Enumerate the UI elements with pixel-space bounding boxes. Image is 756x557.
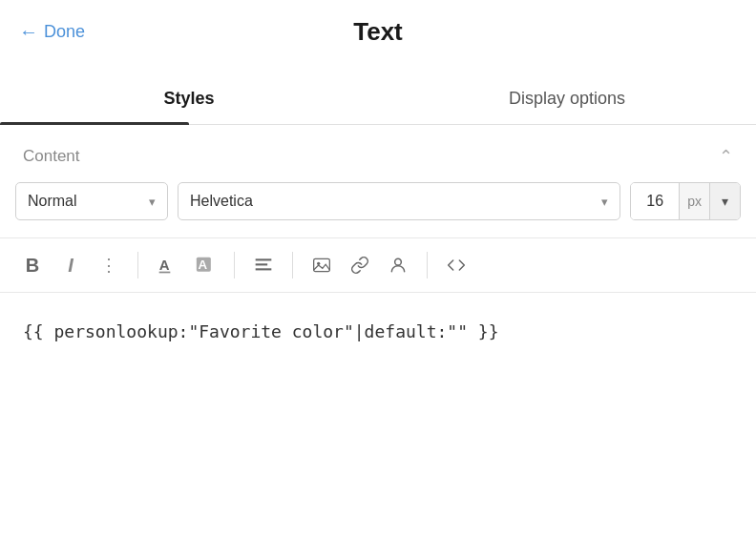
align-icon: [254, 256, 273, 275]
font-size-control: px ▾: [630, 182, 741, 220]
font-dropdown-arrow-icon: ▾: [601, 195, 608, 209]
link-icon: [350, 256, 369, 275]
svg-text:A: A: [159, 257, 170, 273]
image-button[interactable]: [304, 248, 339, 282]
text-highlight-button[interactable]: A: [188, 248, 222, 282]
italic-icon: I: [68, 255, 74, 277]
tabs-container: Styles Display options: [0, 73, 756, 125]
stepper-chevron-icon: ▾: [722, 194, 728, 209]
link-button[interactable]: [343, 248, 377, 282]
toolbar-divider-4: [427, 252, 428, 278]
toolbar-divider-1: [137, 252, 138, 278]
svg-text:A: A: [199, 258, 208, 272]
style-dropdown[interactable]: Normal ▾: [15, 182, 168, 220]
content-section-header[interactable]: Content ⌃: [0, 125, 756, 182]
header: ← Done Text: [0, 0, 756, 64]
style-dropdown-arrow-icon: ▾: [149, 195, 156, 209]
svg-rect-4: [256, 258, 272, 260]
done-button[interactable]: ← Done: [19, 21, 85, 43]
svg-point-9: [395, 258, 402, 265]
font-size-stepper[interactable]: ▾: [709, 183, 740, 219]
controls-row: Normal ▾ Helvetica ▾ px ▾: [0, 182, 756, 237]
svg-rect-5: [256, 263, 268, 265]
text-color-button[interactable]: A: [150, 248, 184, 282]
page-title: Text: [353, 17, 403, 47]
svg-rect-6: [256, 268, 272, 270]
back-arrow-icon: ←: [19, 21, 38, 43]
font-size-input[interactable]: [631, 183, 679, 219]
align-button[interactable]: [246, 248, 281, 282]
done-label: Done: [44, 22, 85, 42]
editor-text: {{ personlookup:"Favorite color"|default…: [23, 321, 499, 341]
tab-styles[interactable]: Styles: [0, 73, 378, 124]
font-value: Helvetica: [190, 193, 253, 210]
italic-button[interactable]: I: [53, 248, 88, 282]
bold-icon: B: [26, 255, 39, 277]
toolbar-divider-2: [234, 252, 235, 278]
text-underline-icon: A: [158, 256, 177, 275]
code-icon: [447, 256, 466, 275]
image-icon: [312, 256, 331, 275]
collapse-chevron-icon[interactable]: ⌃: [719, 146, 733, 167]
svg-rect-1: [159, 272, 171, 274]
font-size-unit: px: [679, 183, 709, 219]
more-options-button[interactable]: ⋮: [92, 248, 126, 282]
font-dropdown[interactable]: Helvetica ▾: [178, 182, 620, 220]
text-highlight-icon: A: [196, 256, 215, 275]
person-icon: [388, 256, 408, 275]
code-button[interactable]: [439, 248, 473, 282]
formatting-toolbar: B I ⋮ A A: [0, 237, 756, 293]
bold-button[interactable]: B: [15, 248, 50, 282]
editor-content[interactable]: {{ personlookup:"Favorite color"|default…: [0, 293, 756, 370]
section-title: Content: [23, 147, 80, 166]
tab-display-options[interactable]: Display options: [378, 73, 756, 124]
person-button[interactable]: [381, 248, 415, 282]
svg-rect-7: [314, 258, 330, 271]
style-value: Normal: [28, 193, 77, 210]
more-options-icon: ⋮: [100, 255, 118, 276]
toolbar-divider-3: [292, 252, 293, 278]
